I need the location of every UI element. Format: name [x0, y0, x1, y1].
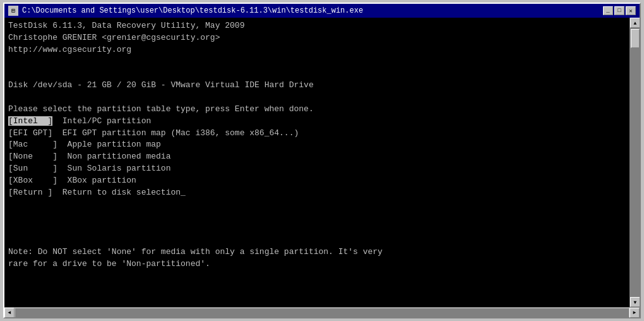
line-2: Christophe GRENIER <grenier@cgsecurity.o… — [8, 33, 220, 42]
line-13: [Sun ] Sun Solaris partition — [8, 164, 170, 173]
line-8: Please select the partition table type, … — [8, 104, 314, 114]
line-18 — [8, 223, 13, 233]
window-title: C:\Documents and Settings\user\Desktop\t… — [22, 6, 363, 15]
line-21: rare for a drive to be 'Non-partitioned'… — [8, 259, 210, 269]
line-10: [EFI GPT] EFI GPT partition map (Mac i38… — [8, 128, 299, 138]
line-1: TestDisk 6.11.3, Data Recovery Utility, … — [8, 21, 244, 30]
close-button[interactable]: ✕ — [626, 6, 636, 15]
terminal-output: TestDisk 6.11.3, Data Recovery Utility, … — [4, 18, 629, 307]
vertical-scrollbar[interactable]: ▲ ▼ — [629, 18, 640, 307]
line-20: Note: Do NOT select 'None' for media wit… — [8, 247, 383, 257]
scroll-track[interactable] — [630, 28, 640, 297]
line-6: Disk /dev/sda - 21 GB / 20 GiB - VMware … — [8, 80, 314, 90]
window-icon: ⊞ — [8, 6, 18, 16]
line-19 — [8, 235, 13, 245]
line-9: [Intel ] Intel/PC partition — [8, 116, 151, 126]
minimize-button[interactable]: _ — [603, 6, 613, 15]
scroll-down-button[interactable]: ▼ — [630, 297, 640, 307]
line-3: http://www.cgsecurity.org — [8, 45, 131, 54]
line-9-rest: Intel/PC partition — [52, 116, 151, 126]
scroll-up-button[interactable]: ▲ — [630, 18, 640, 28]
intel-highlight: [Intel ] — [8, 116, 52, 126]
title-bar: ⊞ C:\Documents and Settings\user\Desktop… — [4, 4, 640, 18]
line-12: [None ] Non partitioned media — [8, 152, 170, 161]
scroll-thumb[interactable] — [631, 29, 640, 48]
main-window: ⊞ C:\Documents and Settings\user\Desktop… — [3, 3, 641, 318]
line-15: [Return ] Return to disk selection_ — [8, 188, 186, 197]
horizontal-scroll-track[interactable] — [15, 308, 629, 317]
line-14: [XBox ] XBox partition — [8, 176, 136, 185]
line-5 — [8, 68, 13, 78]
line-4 — [8, 57, 13, 66]
line-16 — [8, 200, 13, 209]
line-11: [Mac ] Apple partition map — [8, 140, 161, 149]
line-17 — [8, 212, 13, 221]
scroll-right-button[interactable]: ► — [629, 308, 640, 318]
line-7 — [8, 92, 13, 102]
scroll-left-button[interactable]: ◄ — [4, 308, 15, 318]
content-area: TestDisk 6.11.3, Data Recovery Utility, … — [4, 18, 640, 307]
title-bar-left: ⊞ C:\Documents and Settings\user\Desktop… — [8, 6, 363, 16]
horizontal-scrollbar[interactable]: ◄ ► — [4, 307, 640, 317]
title-buttons: _ □ ✕ — [603, 6, 636, 15]
maximize-button[interactable]: □ — [614, 6, 624, 15]
